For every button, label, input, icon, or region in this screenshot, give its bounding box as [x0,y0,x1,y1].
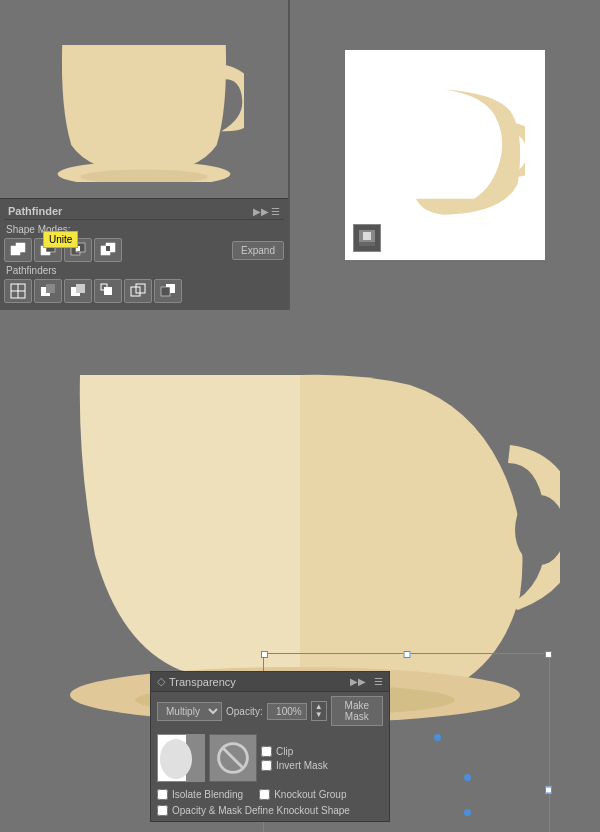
transparency-row1: Multiply Normal Screen Overlay Opacity: … [151,692,389,730]
opacity-stepper[interactable]: ▲ ▼ [311,701,327,721]
trans-menu-btn[interactable]: ☰ [374,676,383,687]
svg-rect-19 [104,287,112,295]
transparency-row4: Opacity & Mask Define Knockout Shape [151,803,389,821]
invert-label: Invert Mask [276,760,328,771]
svg-rect-16 [46,284,55,293]
anchor-5 [464,809,471,816]
top-section: Pathfinder ▶▶ ☰ Shape Modes: Unite [0,0,600,310]
knockout-group-label: Knockout Group [274,789,346,800]
panel-header: Pathfinder ▶▶ ☰ [4,203,284,220]
mask-icon [353,224,381,252]
knockout-group-row: Knockout Group [259,789,346,800]
trim-btn[interactable] [34,279,62,303]
make-mask-btn[interactable]: Make Mask [331,696,383,726]
opacity-label: Opacity: [226,706,263,717]
svg-rect-24 [161,287,170,296]
expand-btn[interactable]: Expand [232,241,284,260]
diamond-icon: ◇ [157,675,165,688]
unite-tooltip: Unite [43,231,78,248]
invert-row: Invert Mask [261,760,328,771]
transparency-row3: Isolate Blending Knockout Group [151,786,389,803]
minus-back-btn[interactable] [154,279,182,303]
crop-btn[interactable] [94,279,122,303]
opacity-mask-label: Opacity & Mask Define Knockout Shape [172,805,350,816]
unite-btn[interactable]: Unite [4,238,32,262]
invert-checkbox[interactable] [261,760,272,771]
anchor-4 [464,774,471,781]
shape-modes-row: Unite Expand [4,238,284,262]
isolate-blending-label: Isolate Blending [172,789,243,800]
outline-btn[interactable] [124,279,152,303]
cup-svg-top-right [365,65,525,245]
no-mask-icon[interactable] [209,734,257,782]
clip-invert-col: Clip Invert Mask [261,734,328,782]
top-right-panel [290,0,600,310]
opacity-input[interactable]: 100% [267,703,307,720]
pathfinders-row [4,279,284,303]
panel-menu-btn[interactable]: ☰ [271,206,280,217]
trans-collapse-btn[interactable]: ▶▶ [350,676,366,687]
transparency-controls: ▶▶ ☰ [350,676,383,687]
svg-rect-27 [363,232,371,240]
isolate-blending-checkbox[interactable] [157,789,168,800]
transparency-title: ◇ Transparency [157,675,236,688]
panel-collapse-btn[interactable]: ▶▶ [253,206,269,217]
transparency-panel-header: ◇ Transparency ▶▶ ☰ [151,672,389,692]
transparency-row2: Clip Invert Mask [151,730,389,786]
exclude-btn[interactable] [94,238,122,262]
clip-checkbox[interactable] [261,746,272,757]
bottom-section: ◇ Transparency ▶▶ ☰ Multiply Normal Scre… [0,310,600,832]
top-left-panel: Pathfinder ▶▶ ☰ Shape Modes: Unite [0,0,290,310]
svg-rect-3 [16,243,25,252]
merge-btn[interactable] [64,279,92,303]
svg-rect-18 [76,284,85,293]
svg-rect-11 [106,246,110,251]
clip-row: Clip [261,746,328,757]
svg-rect-26 [359,242,375,246]
opacity-mask-checkbox[interactable] [157,805,168,816]
cup-canvas-top-left [0,0,288,198]
transparency-panel: ◇ Transparency ▶▶ ☰ Multiply Normal Scre… [150,671,390,822]
handle-mr[interactable] [545,786,552,793]
mask-preview-thumbnail[interactable] [157,734,205,782]
clip-label: Clip [276,746,293,757]
svg-point-34 [160,739,192,779]
opacity-mask-row: Opacity & Mask Define Knockout Shape [157,805,350,816]
pathfinders-label: Pathfinders [4,265,284,276]
cup-svg-top-left [44,17,244,182]
isolate-blending-row: Isolate Blending [157,789,243,800]
blend-mode-select[interactable]: Multiply Normal Screen Overlay [157,702,222,721]
pathfinder-panel: Pathfinder ▶▶ ☰ Shape Modes: Unite [0,198,288,310]
panel-title: Pathfinder [8,205,62,217]
divide-btn[interactable] [4,279,32,303]
panel-controls: ▶▶ ☰ [253,206,280,217]
knockout-group-checkbox[interactable] [259,789,270,800]
white-canvas [345,50,545,260]
